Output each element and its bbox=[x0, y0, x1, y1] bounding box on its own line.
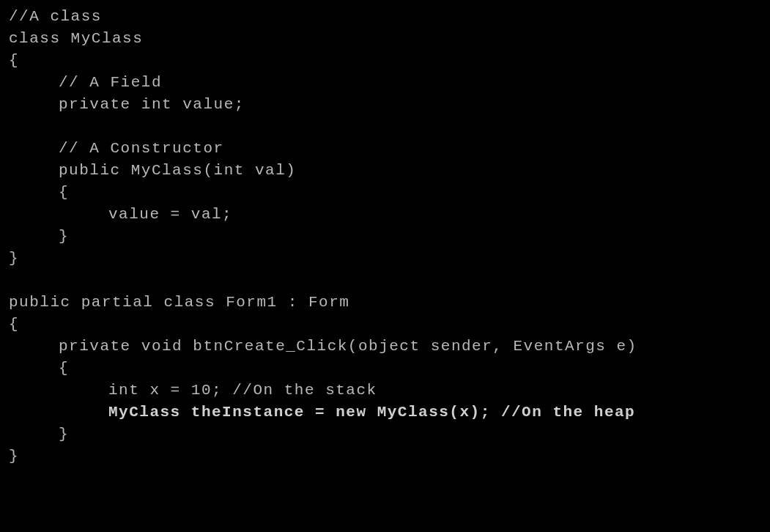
code-constructor-declaration: public MyClass(int val) bbox=[9, 160, 761, 182]
code-open-brace: { bbox=[9, 182, 761, 204]
code-comment-class: //A class bbox=[9, 6, 761, 28]
code-blank-line bbox=[9, 116, 761, 138]
code-close-brace: } bbox=[9, 446, 761, 468]
code-form-class-declaration: public partial class Form1 : Form bbox=[9, 292, 761, 314]
code-comment-field: // A Field bbox=[9, 72, 761, 94]
code-comment-constructor: // A Constructor bbox=[9, 138, 761, 160]
code-close-brace: } bbox=[9, 248, 761, 270]
code-assignment: value = val; bbox=[9, 204, 761, 226]
code-close-brace: } bbox=[9, 424, 761, 446]
code-close-brace: } bbox=[9, 226, 761, 248]
code-variable-declaration: int x = 10; //On the stack bbox=[9, 380, 761, 402]
code-instance-creation: MyClass theInstance = new MyClass(x); //… bbox=[9, 402, 761, 424]
code-class-declaration: class MyClass bbox=[9, 28, 761, 50]
code-method-declaration: private void btnCreate_Click(object send… bbox=[9, 336, 761, 358]
code-blank-line bbox=[9, 270, 761, 292]
code-open-brace: { bbox=[9, 314, 761, 336]
code-field-declaration: private int value; bbox=[9, 94, 761, 116]
code-open-brace: { bbox=[9, 358, 761, 380]
code-open-brace: { bbox=[9, 50, 761, 72]
code-block: //A class class MyClass { // A Field pri… bbox=[9, 6, 761, 468]
